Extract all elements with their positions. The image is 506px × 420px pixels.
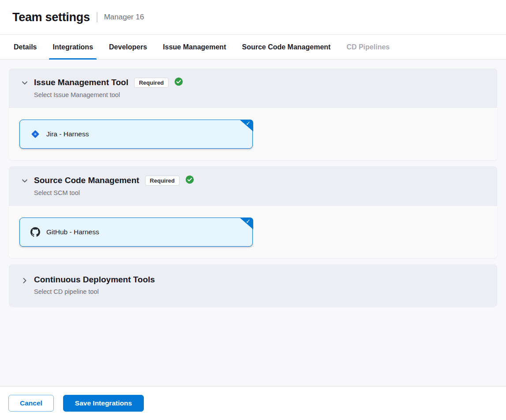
page-title: Team settings bbox=[12, 11, 90, 24]
tab-cd-pipelines[interactable]: CD Pipelines bbox=[345, 35, 391, 59]
section-issue-management-tool: Issue Management Tool Required Select Is… bbox=[9, 68, 497, 160]
chevron-down-icon[interactable] bbox=[21, 79, 28, 86]
issue-management-section-header[interactable]: Issue Management Tool Required Select Is… bbox=[9, 68, 497, 108]
integrations-content: Issue Management Tool Required Select Is… bbox=[0, 60, 506, 386]
selected-check-icon: ✓ bbox=[246, 120, 251, 126]
section-subtitle: Select Issue Management tool bbox=[34, 91, 487, 98]
selected-check-icon: ✓ bbox=[246, 218, 251, 224]
scm-section-body: GitHub - Harness ✓ bbox=[9, 206, 497, 258]
tab-integrations[interactable]: Integrations bbox=[51, 35, 94, 59]
tab-bar: Details Integrations Developers Issue Ma… bbox=[0, 35, 506, 60]
cd-tools-section-header[interactable]: Continuous Deployment Tools Select CD pi… bbox=[9, 264, 497, 307]
save-integrations-button[interactable]: Save Integrations bbox=[63, 395, 144, 412]
section-subtitle: Select SCM tool bbox=[34, 189, 487, 196]
tab-developers[interactable]: Developers bbox=[108, 35, 148, 59]
scm-section-header[interactable]: Source Code Management Required Select S… bbox=[9, 166, 497, 206]
section-title: Source Code Management bbox=[34, 176, 139, 185]
page-subtitle: Manager 16 bbox=[104, 13, 144, 22]
required-badge: Required bbox=[145, 176, 180, 186]
jira-icon bbox=[30, 129, 40, 139]
option-label: Jira - Harness bbox=[46, 130, 89, 138]
option-jira-harness[interactable]: Jira - Harness ✓ bbox=[19, 120, 253, 149]
required-badge: Required bbox=[134, 78, 169, 88]
tab-details[interactable]: Details bbox=[12, 35, 38, 59]
option-github-harness[interactable]: GitHub - Harness ✓ bbox=[19, 218, 253, 247]
chevron-down-icon[interactable] bbox=[21, 177, 28, 184]
title-divider bbox=[97, 12, 97, 22]
team-settings-page: Team settings Manager 16 Details Integra… bbox=[0, 0, 506, 420]
tab-issue-management[interactable]: Issue Management bbox=[161, 35, 227, 59]
option-label: GitHub - Harness bbox=[46, 228, 99, 236]
page-header: Team settings Manager 16 bbox=[0, 0, 506, 35]
issue-management-section-body: Jira - Harness ✓ bbox=[9, 108, 497, 160]
footer-action-bar: Cancel Save Integrations bbox=[0, 386, 506, 420]
chevron-right-icon[interactable] bbox=[21, 277, 28, 284]
success-check-icon bbox=[174, 77, 183, 88]
section-title: Issue Management Tool bbox=[34, 78, 128, 87]
github-icon bbox=[30, 227, 40, 237]
tab-source-code-management[interactable]: Source Code Management bbox=[240, 35, 332, 59]
cancel-button[interactable]: Cancel bbox=[8, 395, 54, 412]
section-subtitle: Select CD pipeline tool bbox=[34, 288, 487, 295]
success-check-icon bbox=[185, 175, 194, 186]
section-title: Continuous Deployment Tools bbox=[34, 275, 155, 285]
section-source-code-management: Source Code Management Required Select S… bbox=[9, 166, 497, 258]
section-continuous-deployment-tools: Continuous Deployment Tools Select CD pi… bbox=[9, 264, 497, 307]
